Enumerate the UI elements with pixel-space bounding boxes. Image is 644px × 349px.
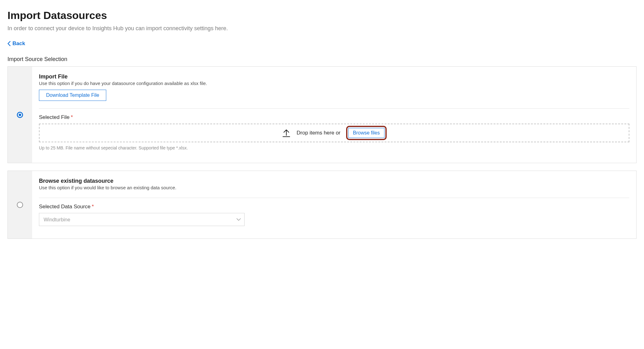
option-desc: Use this option if you would like to bro… <box>39 185 629 190</box>
option-title: Browse existing datasource <box>39 178 629 184</box>
chevron-left-icon <box>7 41 11 46</box>
page-title: Import Datasources <box>7 9 637 21</box>
radio-col <box>8 171 32 238</box>
selected-datasource-label: Selected Data Source* <box>39 204 629 210</box>
option-body: Import File Use this option if you do ha… <box>32 67 636 163</box>
section-heading: Import Source Selection <box>7 56 637 63</box>
page-subtitle: In order to connect your device to Insig… <box>7 25 637 32</box>
option-body: Browse existing datasource Use this opti… <box>32 171 636 238</box>
upload-icon <box>282 129 291 137</box>
radio-inner-dot <box>19 114 21 116</box>
download-template-button[interactable]: Download Template File <box>39 90 106 101</box>
file-dropzone[interactable]: Drop items here or Browse files <box>39 124 629 142</box>
radio-import-file[interactable] <box>17 112 23 118</box>
divider <box>39 198 629 198</box>
dropzone-text: Drop items here or <box>297 130 341 136</box>
highlight-annotation: Browse files <box>346 126 387 140</box>
option-desc: Use this option if you do have your data… <box>39 81 629 86</box>
field-label-text: Selected File <box>39 114 69 120</box>
selected-file-label: Selected File* <box>39 114 629 120</box>
back-link[interactable]: Back <box>7 40 25 47</box>
option-title: Import File <box>39 73 629 80</box>
datasource-select[interactable]: Windturbine <box>39 213 245 226</box>
required-marker: * <box>92 204 94 210</box>
radio-col <box>8 67 32 163</box>
field-label-text: Selected Data Source <box>39 204 90 210</box>
option-card-browse-existing: Browse existing datasource Use this opti… <box>7 171 637 239</box>
option-card-import-file: Import File Use this option if you do ha… <box>7 66 637 163</box>
radio-browse-existing[interactable] <box>17 202 23 208</box>
datasource-select-wrap: Windturbine <box>39 213 245 226</box>
file-hint: Up to 25 MB. File name without sepecial … <box>39 145 629 150</box>
required-marker: * <box>71 114 73 120</box>
back-label: Back <box>12 40 25 47</box>
browse-files-button[interactable]: Browse files <box>348 128 384 138</box>
divider <box>39 108 629 109</box>
